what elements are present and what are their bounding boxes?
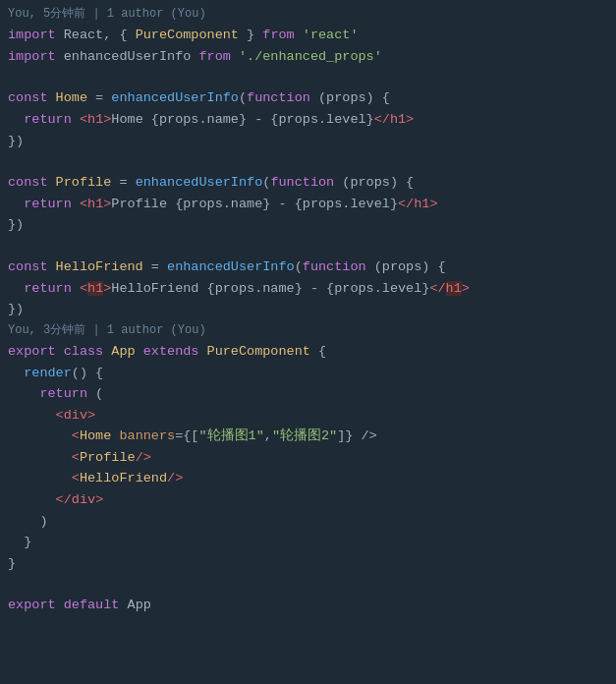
code-line: ) (0, 511, 616, 533)
code-line: return <h1>Profile {props.name} - {props… (0, 194, 616, 215)
code-line (0, 574, 616, 595)
code-line: }) (0, 299, 616, 320)
meta-info: You, 3分钟前 | 1 author (You) (0, 320, 616, 341)
code-line: const Profile = enhancedUserInfo(functio… (0, 172, 616, 194)
code-line: render() { (0, 363, 616, 384)
code-line: return <h1>HelloFriend {props.name} - {p… (0, 278, 616, 300)
code-line: }) (0, 131, 616, 152)
code-line: </div> (0, 489, 616, 511)
code-line: } (0, 532, 616, 553)
code-line: return ( (0, 383, 616, 405)
code-line: const HelloFriend = enhancedUserInfo(fun… (0, 256, 616, 278)
code-line: import React, { PureComponent } from 're… (0, 25, 616, 46)
code-line: <Profile/> (0, 447, 616, 469)
code-line (0, 67, 616, 87)
code-line: <div> (0, 405, 616, 427)
code-line (0, 151, 616, 172)
code-line: export default App (0, 595, 616, 616)
code-line: }) (0, 214, 616, 236)
code-line: return <h1>Home {props.name} - {props.le… (0, 109, 616, 131)
code-line: const Home = enhancedUserInfo(function (… (0, 87, 616, 109)
code-editor: You, 5分钟前 | 1 author (You)import React, … (0, 0, 616, 620)
code-line (0, 236, 616, 256)
code-line: } (0, 553, 616, 575)
code-line: import enhancedUserInfo from './enhanced… (0, 46, 616, 68)
code-line: <HelloFriend/> (0, 468, 616, 489)
code-line: <Home banners={["轮播图1","轮播图2"]} /> (0, 426, 616, 447)
code-line: export class App extends PureComponent { (0, 341, 616, 363)
meta-info: You, 5分钟前 | 1 author (You) (0, 4, 616, 25)
